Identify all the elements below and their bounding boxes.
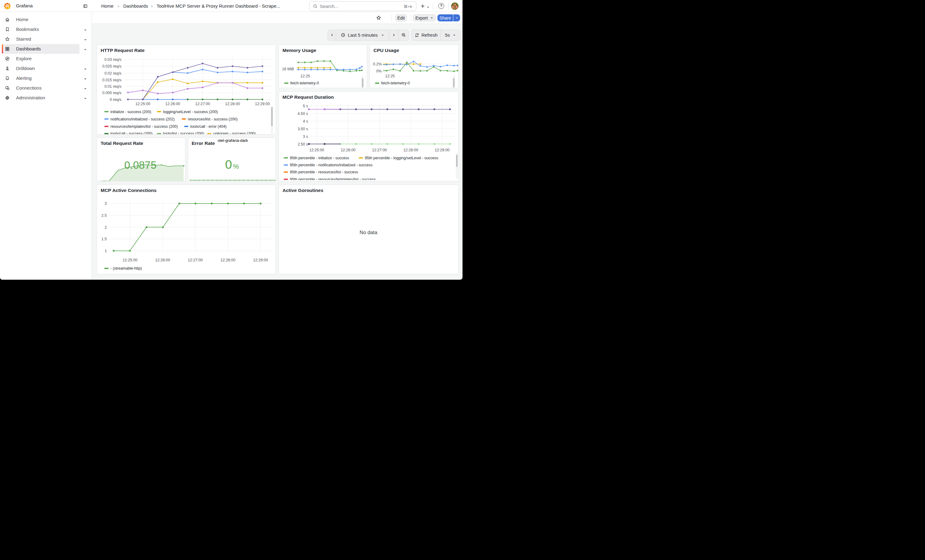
svg-text:12:29:00: 12:29:00 bbox=[255, 102, 270, 106]
svg-text:fetch-telemetry-0: fetch-telemetry-0 bbox=[290, 81, 319, 85]
svg-text:95th percentile - notification: 95th percentile - notifications/initiali… bbox=[290, 163, 372, 167]
svg-text:fetch-telemetry-0: fetch-telemetry-0 bbox=[381, 81, 410, 85]
svg-text:tools/call - success (200): tools/call - success (200) bbox=[110, 131, 153, 135]
svg-text:16 MiB: 16 MiB bbox=[282, 67, 294, 71]
svg-text:0.03 req/s: 0.03 req/s bbox=[104, 57, 121, 62]
svg-text:0.025 req/s: 0.025 req/s bbox=[102, 64, 121, 69]
svg-text:3 s: 3 s bbox=[303, 134, 308, 138]
svg-text:initialize - success (200): initialize - success (200) bbox=[110, 110, 151, 114]
svg-text:1.5: 1.5 bbox=[102, 237, 107, 241]
svg-text:0 req/s: 0 req/s bbox=[110, 97, 121, 102]
svg-text:4 s: 4 s bbox=[303, 119, 308, 123]
svg-text:resources/templates/list - suc: resources/templates/list - success (200) bbox=[110, 124, 178, 128]
svg-text:12:25: 12:25 bbox=[300, 74, 310, 78]
svg-text:12:27:00: 12:27:00 bbox=[188, 258, 203, 262]
svg-text:0.0875: 0.0875 bbox=[124, 159, 157, 171]
svg-text:12:26:00: 12:26:00 bbox=[155, 258, 170, 262]
svg-text:0.015 req/s: 0.015 req/s bbox=[102, 78, 121, 82]
svg-text:0%: 0% bbox=[376, 69, 382, 74]
svg-text:- (streamable-http): - (streamable-http) bbox=[110, 266, 142, 270]
svg-text:0.005 req/s: 0.005 req/s bbox=[102, 91, 121, 95]
svg-text:1: 1 bbox=[105, 249, 107, 253]
svg-text:2.5: 2.5 bbox=[102, 213, 107, 218]
svg-text:95th percentile - resources/te: 95th percentile - resources/templates/li… bbox=[290, 177, 376, 180]
svg-text:notifications/initialized - su: notifications/initialized - success (202… bbox=[110, 117, 175, 121]
svg-text:12:25:00: 12:25:00 bbox=[123, 258, 138, 262]
svg-text:12:27:00: 12:27:00 bbox=[372, 148, 387, 152]
svg-text:12:25: 12:25 bbox=[385, 74, 395, 78]
svg-text:0.01 req/s: 0.01 req/s bbox=[104, 84, 121, 89]
svg-text:12:26:00: 12:26:00 bbox=[340, 148, 356, 152]
svg-text:resources/list - success (200): resources/list - success (200) bbox=[188, 117, 238, 121]
svg-text:12:29:00: 12:29:00 bbox=[435, 148, 450, 152]
svg-text:2: 2 bbox=[105, 225, 107, 229]
svg-text:tools/call - error (404): tools/call - error (404) bbox=[190, 124, 227, 128]
svg-text:12:29:00: 12:29:00 bbox=[253, 258, 268, 262]
svg-text:12:25:00: 12:25:00 bbox=[309, 148, 324, 152]
svg-text:0: 0 bbox=[225, 158, 232, 171]
svg-text:%: % bbox=[233, 162, 239, 170]
svg-text:12:26:00: 12:26:00 bbox=[165, 102, 180, 106]
svg-text:12:27:00: 12:27:00 bbox=[195, 102, 210, 106]
svg-text:tools/list - success (200): tools/list - success (200) bbox=[163, 131, 204, 135]
svg-text:logging/setLevel - success (20: logging/setLevel - success (200) bbox=[163, 110, 218, 114]
svg-text:3: 3 bbox=[105, 201, 107, 206]
svg-text:4.50 s: 4.50 s bbox=[297, 111, 308, 116]
svg-text:0.02 req/s: 0.02 req/s bbox=[104, 71, 121, 75]
svg-text:2.50 s: 2.50 s bbox=[297, 142, 308, 146]
svg-text:12:28:00: 12:28:00 bbox=[225, 102, 240, 106]
svg-text:12:25:00: 12:25:00 bbox=[136, 102, 151, 106]
svg-text:95th percentile - resources/li: 95th percentile - resources/list - succe… bbox=[290, 170, 358, 174]
svg-text:95th percentile - logging/setL: 95th percentile - logging/setLevel - suc… bbox=[365, 156, 438, 160]
svg-text:5 s: 5 s bbox=[303, 104, 308, 108]
svg-text:unknown - success (200): unknown - success (200) bbox=[213, 131, 256, 135]
svg-text:0.2%: 0.2% bbox=[373, 62, 382, 66]
svg-text:12:28:00: 12:28:00 bbox=[220, 258, 235, 262]
svg-text:3.50 s: 3.50 s bbox=[297, 126, 308, 131]
svg-text:95th percentile - initialize -: 95th percentile - initialize - success bbox=[290, 156, 349, 160]
svg-text:12:28:00: 12:28:00 bbox=[403, 148, 418, 152]
